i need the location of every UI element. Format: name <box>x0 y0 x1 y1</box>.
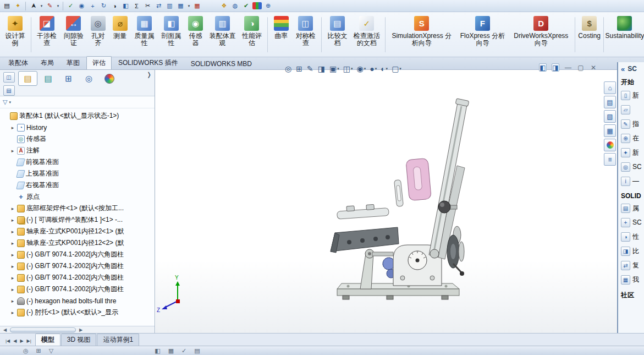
sketch-pencil-icon[interactable]: ✎ <box>45 1 54 10</box>
simulationxpress-button[interactable]: S SimulationXpress 分析向导 <box>388 14 455 56</box>
gauge-icon[interactable]: ◑ <box>110 1 119 10</box>
dropdown-caret[interactable]: ▾ <box>337 67 339 71</box>
ribbon-separator[interactable] <box>603 17 604 52</box>
tab-3d-views[interactable]: 3D 视图 <box>61 334 97 346</box>
zoom-in-out-icon[interactable]: ✎ <box>307 64 314 73</box>
select-cursor-icon[interactable]: ➤ <box>29 1 38 10</box>
assembly-visualization-button[interactable]: ▥ 装配体直观 <box>207 14 238 56</box>
first-tab-button[interactable]: |◀ <box>4 338 11 344</box>
expand-arrow-icon[interactable]: ▸ <box>10 264 15 269</box>
dropdown-caret[interactable]: ▾ <box>399 67 401 71</box>
last-tab-button[interactable]: ▶| <box>26 338 32 344</box>
render-icon[interactable]: ❖ <box>219 1 229 10</box>
performance-evaluation-button[interactable]: ◑ 性能评估 <box>239 14 265 56</box>
status-zoom-icon[interactable]: ◎ <box>23 347 29 354</box>
task-pane-item[interactable]: ◑ 性 <box>621 230 644 244</box>
filter-caret-icon[interactable]: ▾ <box>9 100 11 105</box>
equations-icon[interactable]: Σ <box>132 1 141 10</box>
tree-item[interactable]: 上视基准面 <box>3 168 155 179</box>
expand-tabs-icon[interactable]: ❭ <box>145 71 153 78</box>
trim-icon[interactable]: ✂ <box>143 1 152 10</box>
annotations-tool-icon[interactable]: ▥ <box>165 1 174 10</box>
tree-item[interactable]: ▸ 底部框架焊件<1> (默认<按加工... <box>3 203 155 214</box>
section-view-icon[interactable]: ◨ <box>318 64 326 73</box>
symmetry-check-button[interactable]: ◫ 对称检查 <box>293 14 318 56</box>
ribbon-separator[interactable] <box>321 17 322 52</box>
task-pane-item[interactable]: ✎ 指 <box>621 117 644 131</box>
toolbar-separator[interactable] <box>63 2 63 10</box>
tree-item[interactable]: 前视基准面 <box>3 156 155 168</box>
check-active-document-button[interactable]: ✓ 检查激活的文档 <box>351 14 382 56</box>
expand-arrow-icon[interactable]: ▸ <box>10 217 15 223</box>
tab-sketch[interactable]: 草图 <box>60 56 86 69</box>
pane-left-icon[interactable]: ◧ <box>539 63 547 72</box>
task-pane-item[interactable]: ◨ 比 <box>621 244 644 258</box>
appearance-rgb-icon[interactable]: ▣ <box>252 2 262 9</box>
toolbar-separator[interactable] <box>25 2 26 10</box>
dimxpertmanager-tab-icon[interactable]: ◎ <box>79 71 98 86</box>
expand-arrow-icon[interactable]: ▸ <box>10 298 15 304</box>
costing-button[interactable]: $ Costing <box>578 14 601 56</box>
tree-item[interactable]: 装配体1 (默认<默认_显示状态-1>) <box>3 110 155 122</box>
dropdown-caret[interactable]: ▾ <box>364 67 366 71</box>
status-list-icon[interactable]: ▤ <box>194 347 200 354</box>
status-grid-icon[interactable]: ⊞ <box>36 347 41 354</box>
measure-gauge-icon[interactable]: ◉ <box>77 1 86 10</box>
minimize-icon[interactable]: — <box>564 63 572 72</box>
tree-item[interactable]: 原点 <box>3 191 155 203</box>
expand-arrow-icon[interactable]: ▸ <box>10 229 15 234</box>
task-pane-item[interactable]: ⇄ 复 <box>621 258 644 272</box>
task-pane-item[interactable]: ▯ 新 <box>621 88 644 102</box>
dropdown-caret[interactable]: ▾ <box>375 67 377 71</box>
solidworks-resources-icon[interactable]: ⌂ <box>604 81 616 94</box>
view-settings-icon[interactable]: ▢▾ <box>392 64 401 73</box>
expand-arrow-icon[interactable]: ▸ <box>10 241 15 246</box>
ribbon-separator[interactable] <box>575 17 575 52</box>
status-section-icon[interactable]: ◧ <box>155 347 160 354</box>
tree-item[interactable]: 传感器 <box>3 133 155 145</box>
appearances-icon[interactable] <box>604 139 616 151</box>
tree-item[interactable]: ▸ (-) GB/T 9074.1-2002[内六角圆柱 <box>3 249 155 260</box>
custom-properties-icon[interactable]: ≡ <box>604 153 616 166</box>
close-icon[interactable]: ✕ <box>590 63 597 72</box>
design-binder-icon[interactable]: ▤ <box>2 1 12 10</box>
clearance-verification-button[interactable]: ↔ 间隙验证 <box>60 14 86 56</box>
tab-model[interactable]: 模型 <box>35 334 60 346</box>
view-orientation-icon[interactable]: ▣▾ <box>329 64 339 73</box>
tree-item[interactable]: ▸ (-) GB/T 9074.1-2002[内六角圆柱 <box>3 283 155 295</box>
tree-item[interactable]: ▸ History <box>3 122 155 133</box>
ribbon-separator[interactable] <box>267 17 268 52</box>
tree-item[interactable]: ▸ 轴承座-立式KP001内径12<2> (默 <box>3 237 155 249</box>
prev-tab-button[interactable]: ◀ <box>12 338 18 344</box>
toolbar-gap[interactable] <box>203 1 218 10</box>
expand-arrow-icon[interactable]: ▸ <box>10 287 15 292</box>
rotate-component-icon[interactable]: ↻ <box>99 1 108 10</box>
expand-arrow-icon[interactable]: ▸ <box>10 148 15 154</box>
apply-scene-icon[interactable]: ◐▾ <box>381 64 388 73</box>
zoom-fit-icon[interactable]: ◎ <box>285 64 292 73</box>
task-pane-item[interactable]: i — <box>621 174 644 188</box>
design-library-icon[interactable]: ▤ <box>604 96 616 108</box>
expand-arrow-icon[interactable]: ▸ <box>10 252 15 258</box>
expand-arrow-icon[interactable]: ▸ <box>10 275 15 281</box>
section-tool-icon[interactable]: ◧ <box>121 1 130 10</box>
configurationmanager-tab-icon[interactable]: ⊞ <box>59 71 78 86</box>
graphics-viewport[interactable]: Y Z <box>156 70 617 333</box>
spell-check-icon[interactable]: ✓ <box>66 1 75 10</box>
task-pane-item[interactable]: ⊕ 在 <box>621 131 644 145</box>
dropdown-caret[interactable]: ▾ <box>351 67 353 71</box>
sustainability-button[interactable]: Sustainability <box>607 14 643 56</box>
compare-documents-button[interactable]: ▤ 比较文档 <box>324 14 350 56</box>
task-pane-item[interactable]: + SC <box>621 215 644 230</box>
language-globe-icon[interactable]: ⊕ <box>263 1 273 10</box>
mirror-swap-icon[interactable]: ⇄ <box>154 1 163 10</box>
design-study-button[interactable]: ✦ 设计算例 <box>2 14 28 56</box>
move-component-icon[interactable]: + <box>88 1 97 10</box>
task-pane-item[interactable]: ✦ 新 <box>621 145 644 160</box>
task-pane-item[interactable]: ◎ SC <box>621 160 644 174</box>
tree-item[interactable]: ▸ (-) GB/T 9074.1-2002[内六角圆柱 <box>3 260 155 272</box>
flyout-tree-icon[interactable]: ▤ <box>3 85 15 96</box>
curvature-button[interactable]: 曲率 <box>271 14 291 56</box>
ribbon-separator[interactable] <box>385 17 386 52</box>
task-pane-item[interactable]: ▱ <box>621 102 644 117</box>
